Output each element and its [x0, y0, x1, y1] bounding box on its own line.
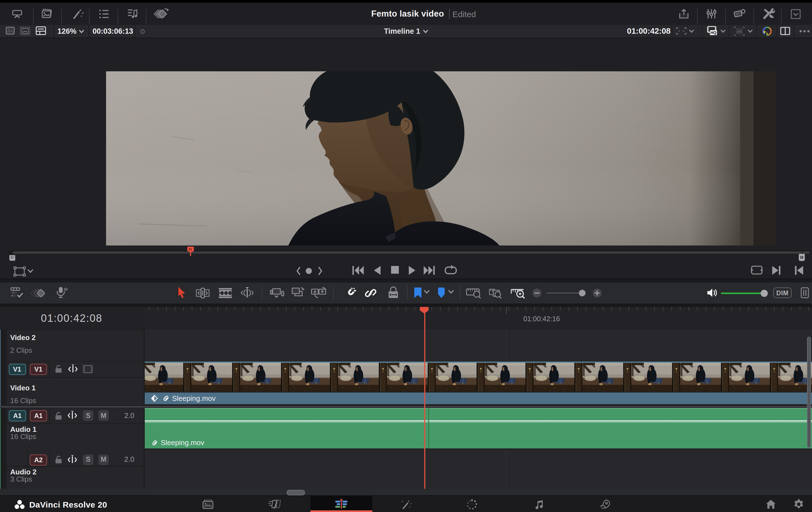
- svg-text:HQ: HQ: [710, 30, 716, 34]
- svg-text:01:00:42:16: 01:00:42:16: [523, 315, 559, 322]
